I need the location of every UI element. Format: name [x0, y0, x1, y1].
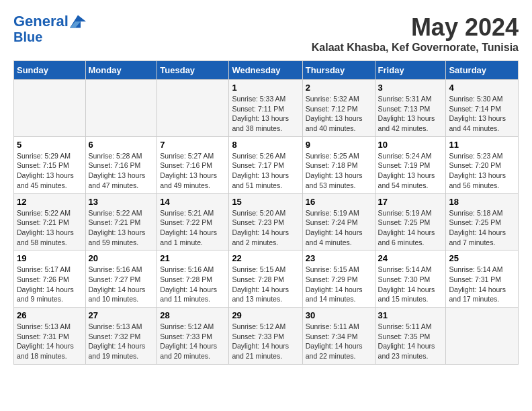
header-cell-tuesday: Tuesday [157, 61, 229, 80]
calendar-cell: 30Sunrise: 5:11 AM Sunset: 7:34 PM Dayli… [302, 308, 375, 365]
day-number: 7 [160, 140, 226, 150]
day-info: Sunrise: 5:32 AM Sunset: 7:12 PM Dayligh… [306, 94, 372, 134]
day-number: 23 [306, 253, 372, 263]
day-number: 25 [449, 253, 515, 263]
calendar-week-4: 19Sunrise: 5:17 AM Sunset: 7:26 PM Dayli… [14, 250, 519, 308]
calendar-cell: 15Sunrise: 5:20 AM Sunset: 7:23 PM Dayli… [229, 193, 302, 250]
calendar-week-5: 26Sunrise: 5:13 AM Sunset: 7:31 PM Dayli… [14, 308, 519, 365]
day-info: Sunrise: 5:33 AM Sunset: 7:11 PM Dayligh… [232, 94, 299, 134]
calendar-cell: 29Sunrise: 5:12 AM Sunset: 7:33 PM Dayli… [229, 308, 302, 365]
day-info: Sunrise: 5:30 AM Sunset: 7:14 PM Dayligh… [449, 94, 515, 134]
calendar-cell [14, 80, 86, 137]
calendar-cell: 7Sunrise: 5:27 AM Sunset: 7:16 PM Daylig… [157, 136, 229, 193]
calendar-cell: 4Sunrise: 5:30 AM Sunset: 7:14 PM Daylig… [446, 80, 519, 137]
logo-subtext: Blue [13, 30, 86, 44]
day-number: 26 [17, 310, 83, 320]
day-info: Sunrise: 5:12 AM Sunset: 7:33 PM Dayligh… [160, 322, 226, 361]
day-info: Sunrise: 5:31 AM Sunset: 7:13 PM Dayligh… [378, 94, 443, 134]
day-info: Sunrise: 5:23 AM Sunset: 7:20 PM Dayligh… [449, 151, 515, 191]
day-info: Sunrise: 5:11 AM Sunset: 7:34 PM Dayligh… [306, 322, 372, 361]
calendar-cell: 11Sunrise: 5:23 AM Sunset: 7:20 PM Dayli… [446, 136, 519, 193]
calendar-cell: 21Sunrise: 5:16 AM Sunset: 7:28 PM Dayli… [157, 250, 229, 308]
day-number: 28 [160, 310, 226, 320]
calendar-cell: 18Sunrise: 5:18 AM Sunset: 7:25 PM Dayli… [446, 193, 519, 250]
day-number: 17 [378, 197, 443, 207]
day-number: 29 [232, 310, 299, 320]
day-info: Sunrise: 5:13 AM Sunset: 7:32 PM Dayligh… [89, 322, 154, 361]
calendar-cell: 10Sunrise: 5:24 AM Sunset: 7:19 PM Dayli… [375, 136, 446, 193]
day-number: 22 [232, 253, 299, 263]
day-info: Sunrise: 5:22 AM Sunset: 7:21 PM Dayligh… [17, 208, 83, 248]
header-cell-thursday: Thursday [302, 61, 375, 80]
calendar-cell: 20Sunrise: 5:16 AM Sunset: 7:27 PM Dayli… [85, 250, 157, 308]
calendar-cell: 19Sunrise: 5:17 AM Sunset: 7:26 PM Dayli… [14, 250, 86, 308]
day-info: Sunrise: 5:19 AM Sunset: 7:24 PM Dayligh… [306, 208, 372, 248]
day-info: Sunrise: 5:25 AM Sunset: 7:18 PM Dayligh… [306, 151, 372, 191]
day-info: Sunrise: 5:18 AM Sunset: 7:25 PM Dayligh… [449, 208, 515, 248]
day-number: 8 [232, 140, 299, 150]
day-number: 12 [17, 197, 83, 207]
calendar-cell: 8Sunrise: 5:26 AM Sunset: 7:17 PM Daylig… [229, 136, 302, 193]
logo-icon [70, 13, 86, 30]
day-number: 6 [89, 140, 154, 150]
day-info: Sunrise: 5:26 AM Sunset: 7:17 PM Dayligh… [232, 151, 299, 191]
day-number: 2 [306, 83, 372, 93]
day-info: Sunrise: 5:28 AM Sunset: 7:16 PM Dayligh… [89, 151, 154, 191]
day-info: Sunrise: 5:19 AM Sunset: 7:25 PM Dayligh… [378, 208, 443, 248]
calendar-cell: 25Sunrise: 5:14 AM Sunset: 7:31 PM Dayli… [446, 250, 519, 308]
title-block: May 2024 Kalaat Khasba, Kef Governorate,… [312, 13, 519, 54]
day-info: Sunrise: 5:20 AM Sunset: 7:23 PM Dayligh… [232, 208, 299, 248]
header-cell-saturday: Saturday [446, 61, 519, 80]
day-number: 4 [449, 83, 515, 93]
day-info: Sunrise: 5:13 AM Sunset: 7:31 PM Dayligh… [17, 322, 83, 361]
logo-text: General [13, 13, 69, 30]
calendar-cell: 13Sunrise: 5:22 AM Sunset: 7:21 PM Dayli… [85, 193, 157, 250]
header-cell-monday: Monday [85, 61, 157, 80]
day-number: 18 [449, 197, 515, 207]
calendar-cell: 2Sunrise: 5:32 AM Sunset: 7:12 PM Daylig… [302, 80, 375, 137]
day-number: 3 [378, 83, 443, 93]
calendar-cell: 12Sunrise: 5:22 AM Sunset: 7:21 PM Dayli… [14, 193, 86, 250]
calendar-cell: 27Sunrise: 5:13 AM Sunset: 7:32 PM Dayli… [85, 308, 157, 365]
day-number: 5 [17, 140, 83, 150]
day-info: Sunrise: 5:12 AM Sunset: 7:33 PM Dayligh… [232, 322, 299, 361]
logo: General Blue [13, 13, 86, 44]
day-info: Sunrise: 5:17 AM Sunset: 7:26 PM Dayligh… [17, 265, 83, 304]
header-cell-friday: Friday [375, 61, 446, 80]
calendar-cell: 17Sunrise: 5:19 AM Sunset: 7:25 PM Dayli… [375, 193, 446, 250]
calendar-cell: 26Sunrise: 5:13 AM Sunset: 7:31 PM Dayli… [14, 308, 86, 365]
month-title: May 2024 [312, 13, 519, 42]
day-number: 30 [306, 310, 372, 320]
calendar-table: SundayMondayTuesdayWednesdayThursdayFrid… [13, 60, 519, 365]
header-cell-wednesday: Wednesday [229, 61, 302, 80]
calendar-cell [157, 80, 229, 137]
calendar-cell: 6Sunrise: 5:28 AM Sunset: 7:16 PM Daylig… [85, 136, 157, 193]
location-title: Kalaat Khasba, Kef Governorate, Tunisia [312, 42, 519, 54]
calendar-week-3: 12Sunrise: 5:22 AM Sunset: 7:21 PM Dayli… [14, 193, 519, 250]
day-info: Sunrise: 5:14 AM Sunset: 7:30 PM Dayligh… [378, 265, 443, 304]
day-number: 20 [89, 253, 154, 263]
calendar-cell: 24Sunrise: 5:14 AM Sunset: 7:30 PM Dayli… [375, 250, 446, 308]
day-info: Sunrise: 5:21 AM Sunset: 7:22 PM Dayligh… [160, 208, 226, 248]
calendar-cell: 22Sunrise: 5:15 AM Sunset: 7:28 PM Dayli… [229, 250, 302, 308]
day-info: Sunrise: 5:22 AM Sunset: 7:21 PM Dayligh… [89, 208, 154, 248]
day-number: 14 [160, 197, 226, 207]
calendar-cell: 28Sunrise: 5:12 AM Sunset: 7:33 PM Dayli… [157, 308, 229, 365]
day-number: 1 [232, 83, 299, 93]
day-info: Sunrise: 5:27 AM Sunset: 7:16 PM Dayligh… [160, 151, 226, 191]
day-number: 11 [449, 140, 515, 150]
header-cell-sunday: Sunday [14, 61, 86, 80]
calendar-cell [446, 308, 519, 365]
day-info: Sunrise: 5:11 AM Sunset: 7:35 PM Dayligh… [378, 322, 443, 361]
calendar-cell: 16Sunrise: 5:19 AM Sunset: 7:24 PM Dayli… [302, 193, 375, 250]
day-info: Sunrise: 5:16 AM Sunset: 7:27 PM Dayligh… [89, 265, 154, 304]
page-header: General Blue May 2024 Kalaat Khasba, Kef… [13, 13, 519, 54]
day-number: 9 [306, 140, 372, 150]
day-info: Sunrise: 5:15 AM Sunset: 7:28 PM Dayligh… [232, 265, 299, 304]
day-info: Sunrise: 5:14 AM Sunset: 7:31 PM Dayligh… [449, 265, 515, 304]
day-number: 19 [17, 253, 83, 263]
calendar-cell: 23Sunrise: 5:15 AM Sunset: 7:29 PM Dayli… [302, 250, 375, 308]
header-row: SundayMondayTuesdayWednesdayThursdayFrid… [14, 61, 519, 80]
day-info: Sunrise: 5:24 AM Sunset: 7:19 PM Dayligh… [378, 151, 443, 191]
calendar-week-2: 5Sunrise: 5:29 AM Sunset: 7:15 PM Daylig… [14, 136, 519, 193]
